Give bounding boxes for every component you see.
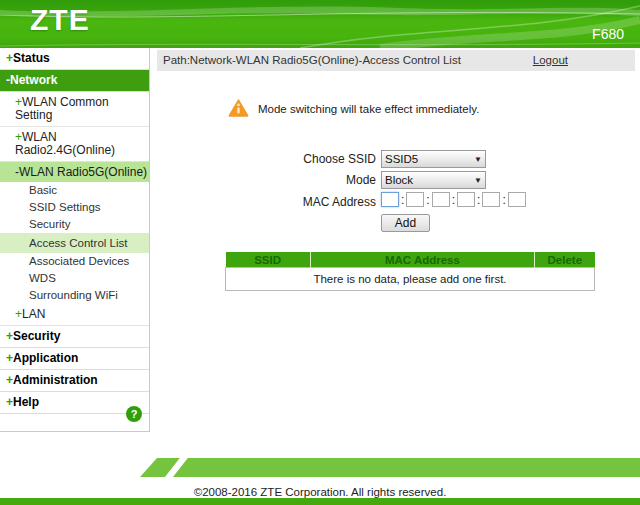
table-empty-row: There is no data, please add one first. (226, 268, 595, 291)
sidebar-item-label: WLAN Common Setting (15, 95, 109, 122)
help-question-icon[interactable]: ? (126, 406, 142, 422)
footer-green-bar (140, 458, 640, 477)
sidebar-item-label: Network (10, 73, 57, 87)
sidebar-item-wlan-radio5g[interactable]: -WLAN Radio5G(Online) (0, 162, 149, 182)
mac-address-inputs: : : : : : (381, 192, 526, 207)
table-header-row: SSID MAC Address Delete (226, 252, 595, 268)
mac-octet-5-input[interactable] (482, 192, 500, 207)
sidebar-item-label: Basic (29, 184, 57, 196)
add-button[interactable]: Add (381, 214, 430, 232)
sidebar-item-security[interactable]: +Security (0, 326, 149, 348)
warning-triangle-icon (228, 98, 249, 117)
sidebar-item-administration[interactable]: +Administration (0, 370, 149, 392)
logout-link[interactable]: Logout (533, 50, 568, 71)
sidebar-item-label: Status (13, 51, 50, 65)
column-header-mac-address: MAC Address (310, 252, 534, 268)
sidebar-item-label: WLAN Radio5G(Online) (19, 165, 147, 179)
sidebar-item-lan[interactable]: +LAN (0, 304, 149, 326)
expand-plus-icon: + (6, 329, 13, 343)
choose-ssid-select[interactable]: SSID5 ▼ (381, 150, 486, 168)
sidebar-item-label: Administration (13, 373, 98, 387)
notice-text: Mode switching will take effect immediat… (258, 103, 558, 115)
sidebar-item-label: Associated Devices (29, 255, 129, 267)
footer-slash-decoration (163, 456, 190, 480)
mode-value: Block (385, 174, 474, 186)
expand-plus-icon: + (6, 351, 13, 365)
zte-logo: ZTE (30, 3, 90, 37)
sidebar-item-application[interactable]: +Application (0, 348, 149, 370)
sidebar-nav: +Status -Network +WLAN Common Setting +W… (0, 48, 150, 432)
banner-wave-decoration (0, 0, 640, 48)
mac-octet-3-input[interactable] (432, 192, 450, 207)
sidebar-item-wlan-common-setting[interactable]: +WLAN Common Setting (0, 92, 149, 127)
breadcrumb: Path:Network-WLAN Radio5G(Online)-Access… (163, 50, 461, 71)
empty-table-message: There is no data, please add one first. (226, 268, 595, 291)
bottom-green-bar (0, 498, 640, 505)
sidebar-item-wds[interactable]: WDS (0, 270, 149, 287)
sidebar-item-label: LAN (22, 307, 45, 321)
mode-label: Mode (200, 173, 376, 187)
mode-select[interactable]: Block ▼ (381, 171, 486, 189)
mac-separator: : (424, 193, 431, 207)
mac-octet-1-input[interactable] (381, 192, 399, 207)
mac-separator: : (450, 193, 457, 207)
expand-plus-icon: + (6, 373, 13, 387)
mac-separator: : (475, 193, 482, 207)
sidebar-item-label: Security (29, 218, 71, 230)
sidebar-item-label: Help (13, 395, 39, 409)
header-banner: ZTE F680 (0, 0, 640, 48)
breadcrumb-bar: Path:Network-WLAN Radio5G(Online)-Access… (157, 50, 635, 71)
sidebar-item-network[interactable]: -Network (0, 70, 149, 92)
expand-plus-icon: + (6, 395, 13, 409)
mac-separator: : (500, 193, 507, 207)
sidebar-item-label: WDS (29, 272, 56, 284)
router-model-label: F680 (592, 26, 624, 42)
chevron-down-icon: ▼ (474, 155, 482, 164)
mac-octet-6-input[interactable] (508, 192, 526, 207)
sidebar-item-label: Surrounding WiFi (29, 289, 118, 301)
copyright-text: ©2008-2016 ZTE Corporation. All rights r… (0, 486, 640, 498)
chevron-down-icon: ▼ (474, 176, 482, 185)
choose-ssid-label: Choose SSID (200, 152, 376, 166)
mac-octet-4-input[interactable] (457, 192, 475, 207)
choose-ssid-value: SSID5 (385, 153, 474, 165)
mac-separator: : (399, 193, 406, 207)
expand-plus-icon: + (15, 130, 22, 144)
expand-plus-icon: + (15, 307, 22, 321)
sidebar-item-label: Access Control List (29, 237, 127, 249)
sidebar-item-label: WLAN Radio2.4G(Online) (15, 130, 115, 157)
expand-plus-icon: + (15, 95, 22, 109)
sidebar-item-ssid-settings[interactable]: SSID Settings (0, 199, 149, 216)
sidebar-item-status[interactable]: +Status (0, 48, 149, 70)
sidebar-item-label: SSID Settings (29, 201, 101, 213)
mac-octet-2-input[interactable] (406, 192, 424, 207)
sidebar-item-security-sub[interactable]: Security (0, 216, 149, 233)
mac-address-label: MAC Address (200, 195, 376, 209)
column-header-ssid: SSID (226, 252, 311, 268)
access-control-table: SSID MAC Address Delete There is no data… (225, 252, 595, 291)
expand-plus-icon: + (6, 51, 13, 65)
column-header-delete: Delete (535, 252, 595, 268)
sidebar-item-label: Security (13, 329, 60, 343)
sidebar-item-basic[interactable]: Basic (0, 182, 149, 199)
sidebar-item-surrounding-wifi[interactable]: Surrounding WiFi (0, 287, 149, 304)
sidebar-item-wlan-radio24g[interactable]: +WLAN Radio2.4G(Online) (0, 127, 149, 162)
sidebar-item-access-control-list[interactable]: Access Control List (0, 233, 149, 253)
sidebar-item-associated-devices[interactable]: Associated Devices (0, 253, 149, 270)
sidebar-item-label: Application (13, 351, 78, 365)
